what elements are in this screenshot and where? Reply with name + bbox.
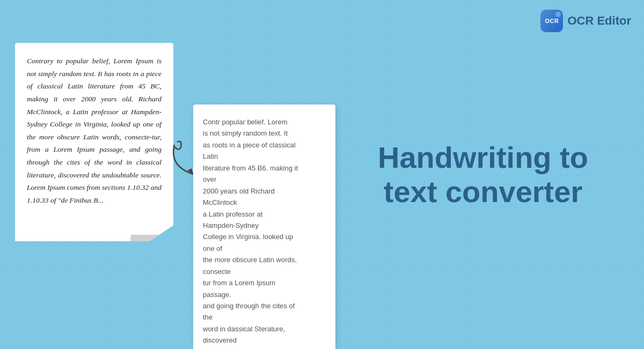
- handwritten-text: Contrary to popular belief, Lorem Ipsum …: [27, 55, 162, 207]
- ocr-line: a Latin professor at: [203, 209, 326, 220]
- ocr-line: over: [203, 174, 326, 185]
- ocr-line: Latin: [203, 151, 326, 162]
- main-heading-section: Handwriting to text converter: [354, 140, 612, 209]
- ocr-line: as roots in a piece of classical: [203, 139, 326, 151]
- header: OCR OCR Editor: [540, 10, 631, 32]
- ocr-line: College in Virginia. looked up: [203, 231, 326, 242]
- ocr-line: passage.: [203, 289, 326, 300]
- ocr-line: consecte: [203, 266, 326, 277]
- ocr-line: the: [203, 311, 326, 323]
- ocr-line: tur from a Lorem Ipsum: [203, 277, 326, 288]
- ocr-line: Hampden-Sydney: [203, 220, 326, 231]
- ocr-line: word in dassical Sterature,: [203, 323, 326, 335]
- ocr-line: is not simply random text. It: [203, 128, 326, 139]
- heading-line1: Handwriting to text converter: [354, 140, 612, 209]
- ocr-line: the more obscure Latin words,: [203, 254, 326, 265]
- ocr-line: and going through the cites of: [203, 300, 326, 311]
- ocr-line: one of: [203, 243, 326, 254]
- ocr-output-text: Contr popular belief. Loremis not simply…: [203, 116, 326, 349]
- app-title: OCR Editor: [567, 14, 631, 28]
- ocr-output-document: Contr popular belief. Loremis not simply…: [193, 105, 335, 349]
- ocr-logo-icon: OCR: [540, 10, 563, 32]
- ocr-line: literature from 45 B6. making it: [203, 162, 326, 174]
- logo-text: OCR: [545, 18, 559, 24]
- ocr-line: Contr popular belief. Lorem: [203, 116, 326, 128]
- ocr-line: the undoubtable source.: [203, 346, 326, 349]
- ocr-line: discovered: [203, 335, 326, 346]
- ocr-line: 2000 years old Richard: [203, 185, 326, 197]
- ocr-line: McClintock: [203, 197, 326, 208]
- handwritten-document: Contrary to popular belief, Lorem Ipsum …: [15, 43, 173, 241]
